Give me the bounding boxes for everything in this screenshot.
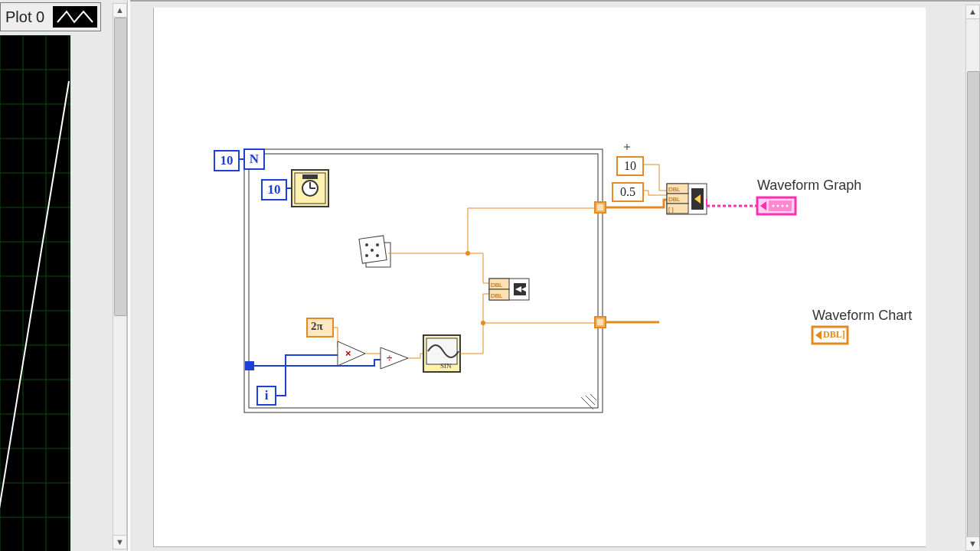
dt-value: 0.5	[620, 185, 635, 199]
bd-scroll-up-button[interactable]: ▲	[966, 5, 979, 19]
chart-grid	[0, 35, 70, 551]
svg-marker-42	[338, 341, 365, 366]
plot-legend[interactable]: Plot 0	[0, 2, 101, 31]
scroll-up-button[interactable]: ▲	[113, 4, 126, 18]
front-panel-strip: Plot 0 ▲ ▼	[0, 0, 128, 551]
svg-marker-44	[381, 347, 408, 369]
two-pi-label: 2π	[311, 320, 323, 333]
svg-point-36	[376, 243, 379, 246]
waveform-chart-label: Waveform Chart	[812, 308, 912, 324]
bundle-node: DBL DBL [ ]	[667, 184, 707, 214]
block-diagram-canvas[interactable]: × ÷	[153, 8, 926, 547]
t0-constant[interactable]: 10	[616, 156, 644, 176]
for-loop-n-label: N	[245, 150, 263, 168]
svg-text:DBL: DBL	[668, 186, 681, 193]
svg-point-76	[786, 205, 789, 207]
waveform-graph-terminal	[757, 197, 795, 214]
multiply-node: ×	[338, 341, 365, 366]
loop-count-value: 10	[220, 153, 234, 168]
svg-point-38	[376, 254, 379, 257]
loop-count-constant[interactable]: 10	[214, 150, 240, 171]
cursor-tool-icon	[624, 144, 630, 150]
wait-ms-node	[292, 170, 328, 207]
front-panel-vertical-scrollbar[interactable]: ▲ ▼	[113, 3, 127, 549]
waveform-chart-type: DBL]	[823, 329, 845, 341]
block-diagram-panel: × ÷	[130, 0, 980, 551]
dt-constant[interactable]: 0.5	[612, 182, 644, 202]
bd-scroll-down-button[interactable]: ▼	[966, 536, 979, 550]
svg-rect-32	[302, 174, 318, 179]
svg-text:×: ×	[345, 347, 351, 359]
random-number-node	[359, 236, 390, 267]
svg-text:DBL: DBL	[491, 292, 503, 299]
scroll-thumb[interactable]	[114, 18, 127, 316]
wait-ms-constant[interactable]: 10	[261, 179, 287, 201]
wait-ms-value: 10	[268, 182, 281, 197]
svg-rect-47	[426, 338, 457, 364]
svg-text:[ ]: [ ]	[668, 206, 674, 213]
app-root: Plot 0 ▲ ▼	[0, 0, 980, 551]
svg-text:÷: ÷	[387, 352, 392, 364]
for-loop-i-label: i	[258, 387, 275, 404]
waveform-chart-plot-area[interactable]	[0, 35, 70, 551]
svg-point-75	[782, 205, 784, 207]
block-diagram-vertical-scrollbar[interactable]: ▲ ▼	[965, 5, 980, 551]
scroll-down-button[interactable]: ▼	[113, 535, 126, 549]
svg-rect-0	[0, 35, 70, 551]
svg-rect-24	[245, 361, 254, 370]
divide-node: ÷	[381, 347, 408, 369]
bd-scroll-thumb[interactable]	[967, 71, 980, 547]
svg-point-35	[365, 243, 368, 246]
svg-text:DBL: DBL	[491, 282, 503, 289]
plot-legend-label: Plot 0	[1, 8, 49, 26]
t0-value: 10	[624, 159, 636, 173]
waveform-graph-label: Waveform Graph	[757, 178, 861, 194]
sine-label: SIN	[440, 362, 452, 370]
plot-line-style-swatch[interactable]	[53, 6, 97, 28]
block-diagram-svg: × ÷	[154, 8, 926, 546]
svg-point-37	[365, 254, 368, 257]
svg-point-39	[371, 249, 374, 252]
svg-point-74	[777, 205, 779, 207]
svg-point-73	[773, 205, 775, 207]
build-array-node: DBL DBL	[489, 279, 529, 300]
svg-text:DBL: DBL	[668, 196, 681, 203]
